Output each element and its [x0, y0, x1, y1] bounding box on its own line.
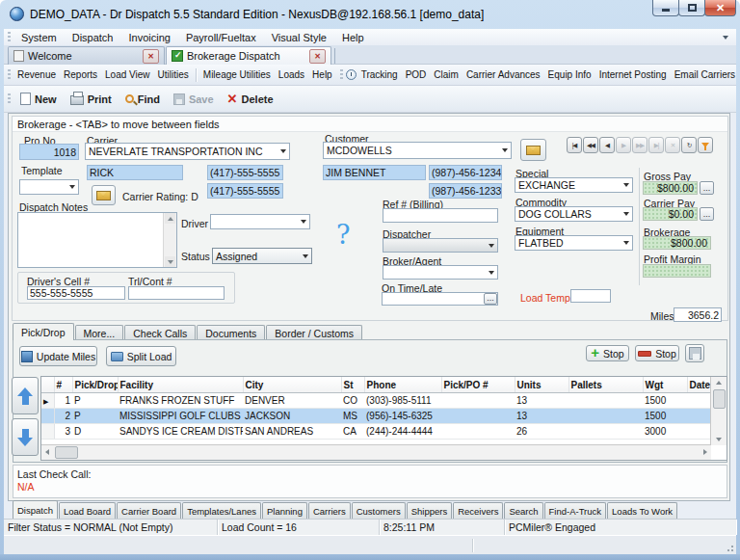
resize-grip[interactable]	[725, 543, 734, 552]
module-tab[interactable]: Carriers	[308, 502, 351, 519]
toolbar-item[interactable]: Utilities	[154, 69, 193, 80]
move-stop-down-button[interactable]	[12, 418, 39, 456]
save-button[interactable]: Save	[167, 89, 221, 110]
module-tab[interactable]: Planning	[262, 502, 307, 519]
nav-next-button[interactable]: ▶	[616, 137, 631, 153]
module-tab[interactable]: Receivers	[453, 502, 503, 519]
scrollbar-thumb[interactable]	[713, 389, 726, 409]
toolbar-item[interactable]: Equip Info	[544, 69, 595, 80]
carrier-contact-field[interactable]: RICK	[87, 165, 183, 180]
email-carrier-button[interactable]	[92, 185, 116, 205]
module-tab[interactable]: Shippers	[407, 502, 453, 519]
customer-contact-field[interactable]: JIM BENNET	[323, 165, 426, 180]
menu-item[interactable]: Invoicing	[120, 32, 177, 43]
nav-refresh-button[interactable]: ↻	[681, 137, 697, 153]
module-tab[interactable]: Customers	[352, 502, 406, 519]
toolbar-item[interactable]: Revenue	[13, 69, 60, 80]
special-combobox[interactable]: EXCHANGE	[515, 177, 633, 193]
nav-prior-button[interactable]: ◀	[599, 137, 615, 153]
customer-phone2-field[interactable]: (987)-456-1233	[429, 183, 502, 199]
toolbar-item[interactable]: Reports	[60, 69, 101, 80]
toolbar-item[interactable]: Mileage Utilities	[199, 69, 275, 80]
ref-billing-field[interactable]	[383, 208, 498, 223]
brokerage-field[interactable]: $800.00	[643, 236, 711, 250]
driver-combobox[interactable]	[210, 214, 310, 229]
update-miles-button[interactable]: Update Miles	[19, 346, 97, 366]
find-button[interactable]: Find	[119, 89, 167, 110]
module-tab[interactable]: Carrier Board	[117, 502, 181, 519]
module-tab[interactable]: Search	[504, 502, 542, 519]
tab-brokerage-dispatch[interactable]: Brokerage Dispatch ✕	[166, 46, 331, 65]
stop-row[interactable]: 1 P FRANKS FROZEN STUFF DENVER CO (303)-…	[41, 393, 711, 409]
commodity-combobox[interactable]: DOG COLLARS	[515, 206, 633, 222]
customer-phone1-field[interactable]: (987)-456-1234	[429, 165, 502, 180]
scroll-left-icon[interactable]	[41, 446, 53, 458]
drivers-cell-field[interactable]: 555-555-5555	[27, 286, 125, 300]
module-tab[interactable]: Loads To Work	[607, 502, 677, 519]
nav-next-page-button[interactable]: ▶▶	[632, 137, 648, 153]
toolbar-item[interactable]: Load View	[101, 69, 154, 80]
nav-cancel-button[interactable]: ✕	[665, 137, 680, 153]
stops-tab[interactable]: More...	[75, 325, 124, 340]
move-stop-up-button[interactable]	[12, 377, 39, 414]
scroll-up-icon[interactable]	[165, 213, 175, 224]
template-combobox[interactable]	[19, 179, 79, 195]
load-temp-field[interactable]	[570, 289, 611, 303]
on-time-late-ellipsis-button[interactable]: ...	[484, 293, 497, 305]
add-stop-button[interactable]: +Stop	[586, 345, 629, 361]
trl-cont-field[interactable]	[128, 286, 225, 300]
gross-pay-ellipsis-button[interactable]: ...	[700, 181, 714, 195]
print-button[interactable]: Print	[64, 89, 119, 110]
save-stops-button[interactable]	[685, 344, 704, 362]
menu-item[interactable]: Payroll/Fueltax	[178, 32, 264, 43]
scroll-down-icon[interactable]	[713, 434, 725, 445]
module-tab[interactable]: Templates/Lanes	[182, 502, 261, 519]
notes-scrollbar[interactable]	[163, 213, 176, 267]
module-tab[interactable]: Dispatch	[13, 500, 58, 519]
stop-row[interactable]: 2 P MISSISSIPPI GOLF CLUBS & S JACKSON M…	[41, 409, 711, 424]
tab-close-icon[interactable]: ✕	[143, 49, 159, 64]
miles-field[interactable]: 3656.2	[674, 307, 722, 322]
carrier-pay-field[interactable]: $0.00	[643, 207, 698, 221]
stops-tab[interactable]: Pick/Drop	[13, 323, 74, 340]
stops-tab[interactable]: Border / Customs	[266, 325, 362, 340]
close-button[interactable]: ✕	[704, 0, 736, 16]
dispatcher-combobox[interactable]	[383, 238, 498, 253]
toolbar-item[interactable]: Help	[308, 69, 336, 80]
tab-close-icon[interactable]: ✕	[309, 49, 326, 64]
customer-combobox[interactable]: MCDOWELLS	[323, 142, 512, 159]
nav-last-button[interactable]: ▶|	[648, 137, 664, 153]
dispatch-notes-textarea[interactable]	[17, 212, 177, 268]
menu-item[interactable]: Visual Style	[264, 32, 334, 43]
menu-item[interactable]: Help	[334, 32, 372, 43]
chevron-down-icon[interactable]	[723, 36, 728, 40]
scroll-up-icon[interactable]	[713, 377, 725, 388]
delete-button[interactable]: ✕Delete	[221, 89, 280, 110]
carrier-combobox[interactable]: NEVERLATE TRANSPORTATION INC	[85, 143, 290, 160]
carrier-phone1-field[interactable]: (417)-555-5555	[207, 165, 283, 180]
stop-row[interactable]: 3 D SANDYS ICE CREAM DISTRIB SAN ANDREAS…	[41, 424, 711, 440]
equipment-combobox[interactable]: FLATBED	[515, 235, 633, 251]
carrier-phone2-field[interactable]: (417)-555-5555	[207, 183, 283, 199]
scrollbar-thumb[interactable]	[55, 446, 78, 459]
grid-horizontal-scrollbar[interactable]	[41, 444, 711, 460]
toolbar-item[interactable]: Claim	[430, 69, 462, 80]
stops-tab[interactable]: Check Calls	[124, 325, 196, 340]
status-combobox[interactable]: Assigned	[212, 248, 312, 264]
email-customer-button[interactable]	[520, 139, 546, 161]
grid-vertical-scrollbar[interactable]	[710, 377, 727, 445]
new-button[interactable]: New	[13, 89, 64, 110]
toolbar-item[interactable]: Carrier Advances	[462, 69, 544, 80]
maximize-button[interactable]	[678, 0, 705, 16]
tab-welcome[interactable]: Welcome ✕	[8, 46, 165, 65]
remove-stop-button[interactable]: Stop	[635, 345, 679, 361]
toolbar-item[interactable]: Tracking	[357, 69, 402, 80]
gross-pay-field[interactable]: $800.00	[643, 181, 698, 195]
profit-margin-field[interactable]	[643, 264, 711, 278]
module-tab[interactable]: Find-A-Truck	[544, 502, 607, 519]
pro-no-field[interactable]: 1018	[19, 144, 79, 160]
module-tab[interactable]: Load Board	[59, 502, 116, 519]
scroll-down-icon[interactable]	[165, 256, 175, 267]
menu-item[interactable]: System	[13, 32, 65, 43]
nav-first-button[interactable]: |◀	[567, 137, 582, 153]
